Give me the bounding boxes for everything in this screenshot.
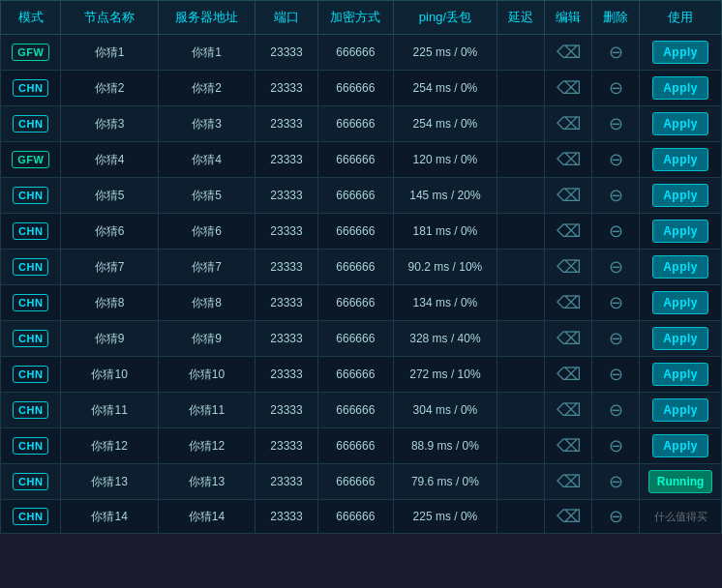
use-cell[interactable]: Running: [640, 464, 722, 500]
delete-icon[interactable]: ⊖: [609, 436, 623, 456]
delete-icon[interactable]: ⊖: [609, 257, 623, 277]
edit-icon[interactable]: ⌫: [557, 329, 581, 348]
edit-cell[interactable]: ⌫: [545, 214, 592, 250]
port-cell: 23333: [256, 357, 318, 393]
edit-cell[interactable]: ⌫: [545, 357, 592, 393]
apply-button[interactable]: Apply: [652, 434, 708, 457]
delete-icon[interactable]: ⊖: [609, 186, 623, 205]
col-header-delete: 删除: [592, 1, 640, 35]
delete-cell[interactable]: ⊖: [592, 393, 640, 428]
edit-icon[interactable]: ⌫: [557, 293, 581, 312]
enc-cell: 666666: [317, 142, 393, 178]
delete-cell[interactable]: ⊖: [592, 321, 640, 357]
use-cell[interactable]: 什么值得买: [640, 500, 722, 534]
apply-button[interactable]: Apply: [652, 112, 708, 135]
edit-cell[interactable]: ⌫: [545, 250, 592, 285]
use-cell[interactable]: Apply: [640, 142, 722, 178]
apply-button[interactable]: Apply: [652, 291, 708, 314]
delay-cell: [496, 35, 544, 71]
apply-button[interactable]: Apply: [652, 363, 708, 386]
edit-cell[interactable]: ⌫: [545, 71, 592, 106]
use-cell[interactable]: Apply: [640, 393, 722, 428]
delete-icon[interactable]: ⊖: [609, 43, 623, 62]
ping-cell: 120 ms / 0%: [393, 142, 496, 178]
ping-cell: 254 ms / 0%: [393, 106, 496, 142]
use-cell[interactable]: Apply: [640, 106, 722, 142]
delete-cell[interactable]: ⊖: [592, 71, 640, 106]
edit-icon[interactable]: ⌫: [557, 436, 581, 456]
delete-cell[interactable]: ⊖: [592, 178, 640, 214]
table-row: CHN你猜14你猜1423333666666225 ms / 0%⌫⊖什么值得买: [1, 500, 722, 534]
delete-cell[interactable]: ⊖: [592, 357, 640, 393]
delete-cell[interactable]: ⊖: [592, 500, 640, 534]
edit-icon[interactable]: ⌫: [557, 257, 581, 277]
apply-button[interactable]: Apply: [652, 184, 708, 207]
edit-icon[interactable]: ⌫: [557, 365, 581, 384]
running-button[interactable]: Running: [648, 470, 713, 493]
edit-icon[interactable]: ⌫: [557, 114, 581, 133]
use-cell[interactable]: Apply: [640, 71, 722, 106]
delete-cell[interactable]: ⊖: [592, 214, 640, 250]
use-cell[interactable]: Apply: [640, 321, 722, 357]
delete-icon[interactable]: ⊖: [609, 507, 623, 526]
edit-cell[interactable]: ⌫: [545, 393, 592, 428]
delete-cell[interactable]: ⊖: [592, 250, 640, 285]
edit-cell[interactable]: ⌫: [545, 142, 592, 178]
apply-button[interactable]: Apply: [652, 41, 708, 64]
edit-cell[interactable]: ⌫: [545, 106, 592, 142]
edit-icon[interactable]: ⌫: [557, 78, 581, 98]
use-cell[interactable]: Apply: [640, 250, 722, 285]
table-row: CHN你猜11你猜1123333666666304 ms / 0%⌫⊖Apply: [1, 393, 722, 428]
delete-icon[interactable]: ⊖: [609, 221, 623, 241]
use-cell[interactable]: Apply: [640, 357, 722, 393]
edit-icon[interactable]: ⌫: [557, 186, 581, 205]
edit-cell[interactable]: ⌫: [545, 285, 592, 321]
server-cell: 你猜2: [158, 71, 255, 106]
apply-button[interactable]: Apply: [652, 148, 708, 171]
delete-cell[interactable]: ⊖: [592, 142, 640, 178]
delete-cell[interactable]: ⊖: [592, 285, 640, 321]
enc-cell: 666666: [317, 357, 393, 393]
edit-icon[interactable]: ⌫: [557, 472, 581, 491]
apply-button[interactable]: Apply: [652, 76, 708, 100]
use-cell[interactable]: Apply: [640, 35, 722, 71]
table-row: CHN你猜6你猜623333666666181 ms / 0%⌫⊖Apply: [1, 214, 722, 250]
edit-icon[interactable]: ⌫: [557, 507, 581, 526]
delay-cell: [496, 357, 544, 393]
edit-cell[interactable]: ⌫: [545, 500, 592, 534]
edit-cell[interactable]: ⌫: [545, 321, 592, 357]
server-cell: 你猜11: [158, 393, 255, 428]
apply-button[interactable]: Apply: [652, 255, 708, 279]
use-cell[interactable]: Apply: [640, 214, 722, 250]
edit-icon[interactable]: ⌫: [557, 221, 581, 241]
use-cell[interactable]: Apply: [640, 285, 722, 321]
delete-icon[interactable]: ⊖: [609, 293, 623, 312]
edit-icon[interactable]: ⌫: [557, 43, 581, 62]
delete-icon[interactable]: ⊖: [609, 78, 623, 98]
use-cell[interactable]: Apply: [640, 428, 722, 464]
apply-button[interactable]: Apply: [652, 398, 708, 422]
delete-cell[interactable]: ⊖: [592, 464, 640, 500]
edit-cell[interactable]: ⌫: [545, 35, 592, 71]
delete-icon[interactable]: ⊖: [609, 365, 623, 384]
delete-cell[interactable]: ⊖: [592, 35, 640, 71]
edit-cell[interactable]: ⌫: [545, 178, 592, 214]
edit-cell[interactable]: ⌫: [545, 428, 592, 464]
ping-cell: 225 ms / 0%: [393, 500, 496, 534]
delete-icon[interactable]: ⊖: [609, 114, 623, 133]
use-cell[interactable]: Apply: [640, 178, 722, 214]
delete-icon[interactable]: ⊖: [609, 472, 623, 491]
delete-icon[interactable]: ⊖: [609, 329, 623, 348]
delete-icon[interactable]: ⊖: [609, 150, 623, 169]
apply-button[interactable]: Apply: [652, 327, 708, 350]
delete-cell[interactable]: ⊖: [592, 106, 640, 142]
edit-icon[interactable]: ⌫: [557, 400, 581, 420]
enc-cell: 666666: [317, 393, 393, 428]
edit-cell[interactable]: ⌫: [545, 464, 592, 500]
delete-cell[interactable]: ⊖: [592, 428, 640, 464]
edit-icon[interactable]: ⌫: [557, 150, 581, 169]
apply-button[interactable]: Apply: [652, 220, 708, 243]
mode-cell: GFW: [1, 142, 61, 178]
delete-icon[interactable]: ⊖: [609, 400, 623, 420]
delay-cell: [496, 321, 544, 357]
